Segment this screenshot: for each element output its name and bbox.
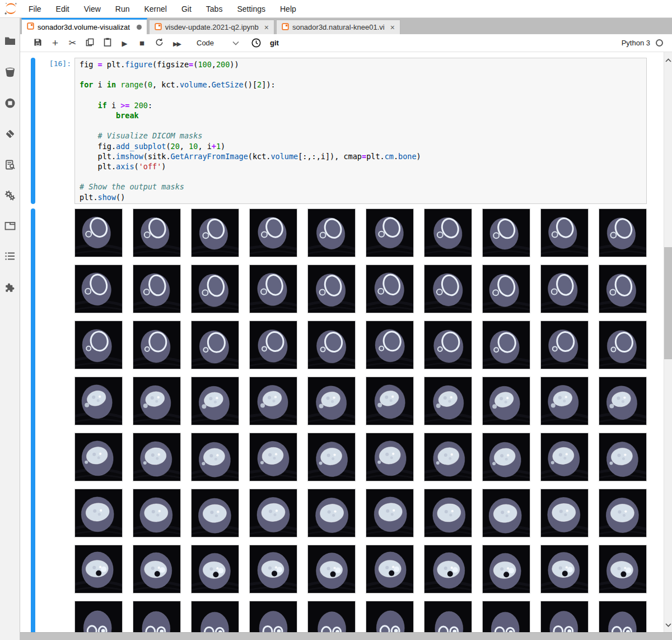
- menu-item-file[interactable]: File: [21, 4, 49, 13]
- ct-slice-image: [366, 321, 414, 369]
- ct-slice-image: [540, 433, 589, 481]
- kernel-status-icon[interactable]: [656, 39, 663, 47]
- ct-slice-image: [366, 433, 414, 481]
- ct-slice-image: [540, 377, 589, 425]
- add-cell-button[interactable]: +: [46, 36, 64, 50]
- kernel-name[interactable]: Python 3: [622, 39, 650, 47]
- menu-item-run[interactable]: Run: [108, 4, 137, 13]
- sidebar-item-settings[interactable]: [0, 190, 20, 221]
- cell-type-value: Code: [197, 39, 214, 47]
- cell-type-dropdown[interactable]: Code: [193, 38, 242, 48]
- ct-slice-image: [249, 208, 297, 257]
- ct-slice-image: [424, 321, 472, 369]
- ct-slice-image: [133, 433, 181, 481]
- menu-item-edit[interactable]: Edit: [49, 4, 77, 13]
- ct-slice-image: [540, 545, 589, 593]
- ct-slice-image: [249, 433, 297, 481]
- interrupt-kernel-button[interactable]: ■: [133, 36, 151, 50]
- ct-slice-image: [133, 489, 181, 537]
- output-row: [74, 433, 647, 481]
- sidebar-item-inspector[interactable]: [0, 159, 20, 190]
- git-toolbar-label[interactable]: git: [270, 39, 279, 47]
- ct-slice-image: [540, 265, 589, 313]
- restart-kernel-button[interactable]: [151, 36, 168, 50]
- code-line: plt.imshow(sitk.GetArrayFromImage(kct.vo…: [80, 151, 642, 161]
- close-icon[interactable]: ×: [390, 23, 395, 32]
- ct-slice-image: [424, 265, 472, 313]
- ct-slice-image: [482, 545, 530, 593]
- scroll-down-icon[interactable]: [665, 619, 671, 629]
- cell-output-area: [20, 208, 672, 640]
- fast-forward-icon: ▶▶: [173, 39, 180, 48]
- ct-slice-image: [599, 489, 647, 537]
- scrollbar-thumb[interactable]: [664, 247, 672, 359]
- ct-slice-image: [249, 545, 297, 593]
- ct-slice-image: [366, 545, 414, 593]
- cut-icon: ✂: [69, 38, 76, 48]
- menu-bar: FileEditViewRunKernelGitTabsSettingsHelp: [0, 0, 672, 18]
- ct-slice-image: [482, 433, 530, 481]
- tab-label: sonador3d.natural-knee01.vi: [292, 23, 385, 31]
- ct-slice-image: [599, 321, 647, 369]
- ct-slice-image: [307, 208, 356, 257]
- menu-item-kernel[interactable]: Kernel: [137, 4, 174, 13]
- ct-slice-image: [191, 489, 239, 537]
- ct-slice-image: [307, 377, 356, 425]
- ct-slice-image: [540, 321, 589, 369]
- copy-cells-button[interactable]: [81, 36, 99, 50]
- ct-slice-image: [482, 265, 530, 313]
- output-row: [74, 545, 647, 593]
- horizontal-scrollbar[interactable]: [20, 632, 672, 640]
- ct-slice-image: [249, 377, 297, 425]
- input-collapser[interactable]: [31, 58, 35, 204]
- ct-slice-image: [133, 545, 181, 593]
- sidebar-item-running-sessions[interactable]: [0, 98, 20, 128]
- tab-icon: [4, 221, 16, 233]
- menu-item-settings[interactable]: Settings: [230, 4, 273, 13]
- paste-cells-button[interactable]: [99, 36, 116, 50]
- ct-slice-image: [307, 265, 356, 313]
- restart-icon: [155, 38, 164, 48]
- scroll-up-icon[interactable]: [665, 55, 671, 65]
- output-image-grid: [74, 208, 647, 640]
- notebook-file-icon: [155, 23, 162, 32]
- menu-item-git[interactable]: Git: [174, 4, 199, 13]
- ct-slice-image: [74, 208, 123, 257]
- menu-item-tabs[interactable]: Tabs: [199, 4, 230, 13]
- cut-cells-button[interactable]: ✂: [64, 36, 81, 50]
- sidebar-item-git[interactable]: [0, 128, 20, 159]
- sidebar-item-open-tabs[interactable]: [0, 221, 20, 252]
- sidebar-item-bucket-browser[interactable]: [0, 67, 20, 98]
- ct-slice-image: [74, 265, 123, 313]
- restart-run-all-button[interactable]: ▶▶: [168, 36, 185, 50]
- execution-count: [16]:: [35, 58, 74, 204]
- ct-slice-image: [191, 433, 239, 481]
- tab-sonador3d.volume-visualizat[interactable]: sonador3d.volume-visualizat: [21, 18, 147, 34]
- vertical-scrollbar[interactable]: [664, 52, 672, 632]
- close-icon[interactable]: ×: [264, 23, 269, 32]
- ct-slice-image: [307, 433, 356, 481]
- tab-sonador3d.natural-knee01.vi[interactable]: sonador3d.natural-knee01.vi×: [276, 20, 400, 34]
- ct-slice-image: [366, 377, 414, 425]
- sidebar-item-toc[interactable]: [0, 252, 20, 282]
- sidebar-item-file-browser[interactable]: [0, 36, 20, 67]
- git-icon: [4, 128, 16, 142]
- ct-slice-image: [424, 489, 472, 537]
- output-collapser[interactable]: [31, 208, 35, 640]
- history-clock-icon[interactable]: [251, 38, 261, 48]
- save-button[interactable]: [29, 36, 46, 50]
- code-editor[interactable]: fig = plt.figure(figsize=(100,200)) for …: [74, 58, 647, 204]
- tab-visdev-update.2021-q2.ipynb[interactable]: visdev-update.2021-q2.ipynb×: [149, 20, 274, 34]
- dirty-indicator-icon: [137, 25, 142, 30]
- ct-slice-image: [482, 489, 530, 537]
- sidebar-item-extensions[interactable]: [0, 282, 20, 313]
- code-line: [80, 69, 642, 80]
- stop-circle-icon: [4, 98, 16, 111]
- folder-icon: [4, 36, 16, 48]
- menu-item-help[interactable]: Help: [273, 4, 304, 13]
- tab-label: visdev-update.2021-q2.ipynb: [165, 23, 259, 31]
- list-icon: [4, 252, 16, 263]
- run-button[interactable]: ▶: [116, 36, 133, 50]
- code-line: plt.axis('off'): [80, 161, 642, 171]
- menu-item-view[interactable]: View: [77, 4, 108, 13]
